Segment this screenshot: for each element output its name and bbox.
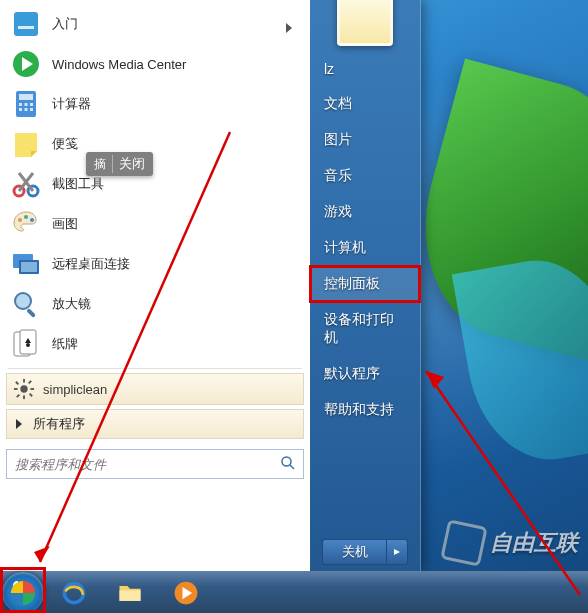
svg-rect-9: [25, 108, 28, 111]
svg-rect-20: [21, 262, 37, 272]
svg-point-26: [20, 385, 27, 392]
program-item-sticky-notes[interactable]: 便笺: [0, 124, 310, 164]
svg-point-16: [24, 215, 28, 219]
program-label: 便笺: [52, 135, 302, 153]
program-simpliclean[interactable]: simpliclean: [6, 373, 304, 405]
program-label: 截图工具: [52, 175, 302, 193]
svg-rect-27: [23, 379, 25, 383]
pin-tooltip: 摘 关闭: [86, 152, 153, 176]
right-items-list: lz文档图片音乐游戏计算机控制面板设备和打印机默认程序帮助和支持: [310, 52, 420, 428]
right-item-9[interactable]: 帮助和支持: [310, 392, 420, 428]
svg-rect-28: [23, 395, 25, 399]
right-item-4[interactable]: 游戏: [310, 194, 420, 230]
program-label: 放大镜: [52, 295, 302, 313]
search-icon: [280, 455, 296, 471]
all-programs[interactable]: 所有程序: [6, 409, 304, 439]
svg-rect-1: [18, 26, 34, 29]
submenu-arrow-icon: [286, 19, 296, 29]
svg-point-17: [30, 218, 34, 222]
getting-started-icon: [10, 8, 42, 40]
svg-rect-7: [30, 103, 33, 106]
program-list: 入门Windows Media Center计算器便笺截图工具画图远程桌面连接放…: [0, 4, 310, 364]
program-item-magnifier[interactable]: 放大镜: [0, 284, 310, 324]
svg-rect-6: [25, 103, 28, 106]
taskbar-ie[interactable]: [48, 575, 100, 611]
right-item-8[interactable]: 默认程序: [310, 356, 420, 392]
all-programs-label: 所有程序: [33, 415, 297, 433]
svg-rect-22: [26, 308, 36, 318]
svg-rect-30: [30, 388, 34, 390]
start-orb[interactable]: [2, 572, 44, 614]
program-item-remote-desktop[interactable]: 远程桌面连接: [0, 244, 310, 284]
svg-rect-32: [29, 393, 33, 397]
program-label: 纸牌: [52, 335, 302, 353]
solitaire-icon: [10, 328, 42, 360]
svg-line-36: [290, 465, 294, 469]
sticky-notes-icon: [10, 128, 42, 160]
program-label: 入门: [52, 15, 286, 33]
right-item-1[interactable]: 文档: [310, 86, 420, 122]
program-label: Windows Media Center: [52, 57, 302, 72]
svg-rect-0: [14, 12, 38, 36]
svg-point-21: [15, 293, 31, 309]
search-input[interactable]: [6, 449, 304, 479]
program-label: 画图: [52, 215, 302, 233]
shutdown-options-arrow[interactable]: [386, 539, 408, 565]
right-item-3[interactable]: 音乐: [310, 158, 420, 194]
paint-icon: [10, 208, 42, 240]
start-menu: 入门Windows Media Center计算器便笺截图工具画图远程桌面连接放…: [0, 0, 421, 571]
svg-rect-34: [16, 394, 20, 398]
right-item-5[interactable]: 计算机: [310, 230, 420, 266]
search-row: [6, 449, 304, 479]
right-item-7[interactable]: 设备和打印机: [310, 302, 420, 356]
svg-point-15: [18, 218, 22, 222]
right-item-2[interactable]: 图片: [310, 122, 420, 158]
shutdown-group: 关机: [322, 539, 408, 565]
svg-rect-10: [30, 108, 33, 111]
tooltip-close-label[interactable]: 关闭: [112, 155, 145, 173]
calculator-icon: [10, 88, 42, 120]
right-item-0[interactable]: lz: [310, 52, 420, 86]
program-item-media-center[interactable]: Windows Media Center: [0, 44, 310, 84]
svg-point-35: [282, 457, 291, 466]
svg-rect-33: [28, 380, 32, 384]
svg-rect-8: [19, 108, 22, 111]
tooltip-text: 摘: [94, 156, 106, 173]
program-item-calculator[interactable]: 计算器: [0, 84, 310, 124]
spacer: [310, 428, 420, 533]
program-item-solitaire[interactable]: 纸牌: [0, 324, 310, 364]
right-item-6[interactable]: 控制面板: [310, 266, 420, 302]
program-label: 计算器: [52, 95, 302, 113]
watermark: 自由互联: [444, 523, 578, 563]
taskbar: [0, 571, 588, 613]
program-item-getting-started[interactable]: 入门: [0, 4, 310, 44]
taskbar-items: [44, 575, 212, 611]
svg-point-25: [26, 343, 30, 347]
svg-rect-4: [19, 94, 33, 100]
snipping-tool-icon: [10, 168, 42, 200]
gear-icon: [13, 378, 35, 400]
svg-rect-5: [19, 103, 22, 106]
watermark-icon: [440, 519, 487, 566]
taskbar-media-player[interactable]: [160, 575, 212, 611]
magnifier-icon: [10, 288, 42, 320]
start-menu-right-pane: lz文档图片音乐游戏计算机控制面板设备和打印机默认程序帮助和支持 关机: [310, 0, 420, 571]
start-menu-left-pane: 入门Windows Media Center计算器便笺截图工具画图远程桌面连接放…: [0, 0, 310, 571]
remote-desktop-icon: [10, 248, 42, 280]
svg-rect-31: [15, 381, 19, 385]
svg-rect-29: [14, 388, 18, 390]
avatar-wrap: [310, 0, 420, 46]
program-item-snipping-tool[interactable]: 截图工具: [0, 164, 310, 204]
watermark-text: 自由互联: [490, 528, 578, 558]
taskbar-explorer[interactable]: [104, 575, 156, 611]
divider: [8, 368, 302, 369]
program-item-paint[interactable]: 画图: [0, 204, 310, 244]
program-label: 远程桌面连接: [52, 255, 302, 273]
svg-rect-38: [120, 590, 141, 601]
program-label: simpliclean: [43, 382, 297, 397]
shutdown-button[interactable]: 关机: [322, 539, 386, 565]
media-center-icon: [10, 48, 42, 80]
user-avatar[interactable]: [337, 0, 393, 46]
